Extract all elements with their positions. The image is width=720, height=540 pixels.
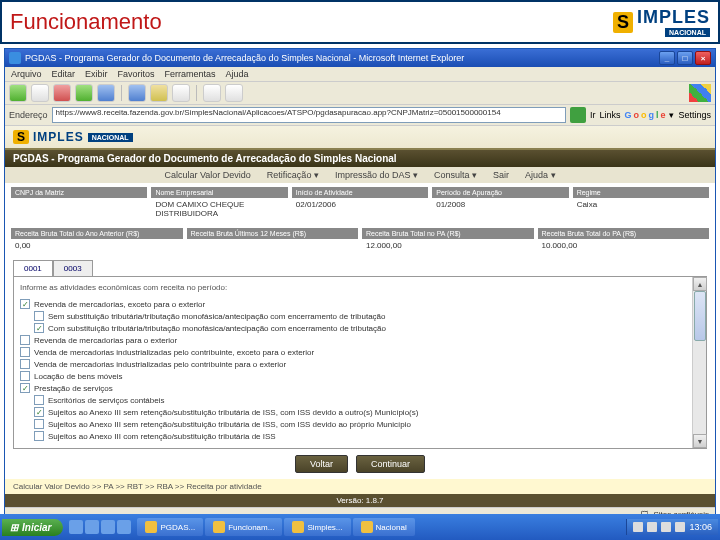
- home-icon[interactable]: [97, 84, 115, 102]
- tray-icon[interactable]: [647, 522, 657, 532]
- voltar-button[interactable]: Voltar: [295, 455, 348, 473]
- address-label: Endereço: [9, 110, 48, 120]
- checkbox[interactable]: [34, 419, 44, 429]
- checkbox-label: Com substituição tributária/tributação m…: [48, 324, 386, 333]
- vertical-scrollbar[interactable]: ▲ ▼: [692, 277, 706, 448]
- scroll-up-icon[interactable]: ▲: [693, 277, 707, 291]
- address-input[interactable]: https://www8.receita.fazenda.gov.br/Simp…: [52, 107, 566, 123]
- window-title: PGDAS - Programa Gerador do Documento de…: [25, 53, 464, 63]
- checkbox-label: Escritórios de serviços contábeis: [48, 396, 165, 405]
- info-row-2: Receita Bruta Total do Ano Anterior (R$)…: [5, 224, 715, 256]
- back-icon[interactable]: [9, 84, 27, 102]
- ql-icon[interactable]: [117, 520, 131, 534]
- checkbox-label: Prestação de serviços: [34, 384, 113, 393]
- links-label[interactable]: Links: [599, 110, 620, 120]
- checkbox[interactable]: [20, 299, 30, 309]
- activities-panel: Informe as atividades econômicas com rec…: [13, 276, 707, 449]
- checkbox[interactable]: [34, 323, 44, 333]
- menu-ferramentas[interactable]: Ferramentas: [165, 69, 216, 79]
- ie-icon: [9, 52, 21, 64]
- menu-favoritos[interactable]: Favoritos: [118, 69, 155, 79]
- favorites-icon[interactable]: [150, 84, 168, 102]
- checkbox[interactable]: [34, 395, 44, 405]
- slide-title: Funcionamento: [10, 9, 162, 35]
- menu-impressao[interactable]: Impressão do DAS ▾: [335, 170, 418, 180]
- menu-sair[interactable]: Sair: [493, 170, 509, 180]
- checkbox-label: Revenda de mercadorias para o exterior: [34, 336, 177, 345]
- forward-icon[interactable]: [31, 84, 49, 102]
- info-value: Caixa: [573, 198, 709, 211]
- menu-retificacao[interactable]: Retificação ▾: [267, 170, 319, 180]
- checkbox-label: Revenda de mercadorias, exceto para o ex…: [34, 300, 205, 309]
- checkbox[interactable]: [20, 335, 30, 345]
- checkbox[interactable]: [34, 407, 44, 417]
- google-toolbar[interactable]: Google: [624, 110, 665, 120]
- tab-0001[interactable]: 0001: [13, 260, 53, 276]
- titlebar: PGDAS - Programa Gerador do Documento de…: [5, 49, 715, 67]
- ql-icon[interactable]: [101, 520, 115, 534]
- menu-ajuda2[interactable]: Ajuda ▾: [525, 170, 556, 180]
- checkbox[interactable]: [20, 359, 30, 369]
- system-tray[interactable]: 13:06: [626, 519, 718, 535]
- list-item: Venda de mercadorias industrializadas pe…: [20, 346, 700, 358]
- checkbox-label: Venda de mercadorias industrializadas pe…: [34, 360, 286, 369]
- tab-strip: 0001 0003: [5, 260, 715, 276]
- checkbox[interactable]: [20, 347, 30, 357]
- taskbar-item[interactable]: Nacional: [353, 518, 415, 536]
- print-icon[interactable]: [225, 84, 243, 102]
- stop-icon[interactable]: [53, 84, 71, 102]
- start-button[interactable]: ⊞ Iniciar: [2, 519, 63, 536]
- info-label: Receita Bruta Total no PA (R$): [362, 228, 534, 239]
- menu-calcular[interactable]: Calcular Valor Devido: [164, 170, 250, 180]
- search-icon[interactable]: [128, 84, 146, 102]
- pgdas-menu: Calcular Valor Devido Retificação ▾ Impr…: [5, 167, 715, 183]
- tray-icon[interactable]: [675, 522, 685, 532]
- windows-flag-icon: [689, 84, 711, 102]
- taskbar-item[interactable]: Simples...: [284, 518, 350, 536]
- tray-icon[interactable]: [633, 522, 643, 532]
- menu-exibir[interactable]: Exibir: [85, 69, 108, 79]
- pgdas-logo: S IMPLES NACIONAL: [13, 130, 707, 144]
- menu-arquivo[interactable]: Arquivo: [11, 69, 42, 79]
- maximize-button[interactable]: □: [677, 51, 693, 65]
- checkbox[interactable]: [20, 371, 30, 381]
- panel-title: Informe as atividades econômicas com rec…: [20, 283, 700, 292]
- menu-consulta[interactable]: Consulta ▾: [434, 170, 477, 180]
- ie-window: PGDAS - Programa Gerador do Documento de…: [4, 48, 716, 522]
- taskbar-item[interactable]: PGDAS...: [137, 518, 203, 536]
- checkbox[interactable]: [34, 311, 44, 321]
- slide-header: Funcionamento S IMPLES NACIONAL: [0, 0, 720, 44]
- settings-link[interactable]: Settings: [678, 110, 711, 120]
- checkbox[interactable]: [20, 383, 30, 393]
- list-item: Sujeitos ao Anexo III sem retenção/subst…: [34, 406, 700, 418]
- list-item: Venda de mercadorias industrializadas pe…: [20, 358, 700, 370]
- list-item: Prestação de serviços: [20, 382, 700, 394]
- menu-ajuda[interactable]: Ajuda: [226, 69, 249, 79]
- logo-text: IMPLES: [637, 7, 710, 28]
- taskbar-item[interactable]: Funcionam...: [205, 518, 282, 536]
- menu-editar[interactable]: Editar: [52, 69, 76, 79]
- mail-icon[interactable]: [203, 84, 221, 102]
- info-label: Nome Empresarial: [151, 187, 287, 198]
- info-value: 01/2008: [432, 198, 568, 211]
- info-label: Período de Apuração: [432, 187, 568, 198]
- info-label: Receita Bruta Total do PA (R$): [538, 228, 710, 239]
- list-item: Sujeitos ao Anexo III sem retenção/subst…: [34, 418, 700, 430]
- scroll-down-icon[interactable]: ▼: [693, 434, 707, 448]
- checkbox-label: Locação de bens móveis: [34, 372, 123, 381]
- scroll-thumb[interactable]: [694, 291, 706, 341]
- checkbox[interactable]: [34, 431, 44, 441]
- ql-icon[interactable]: [69, 520, 83, 534]
- history-icon[interactable]: [172, 84, 190, 102]
- tray-icon[interactable]: [661, 522, 671, 532]
- refresh-icon[interactable]: [75, 84, 93, 102]
- go-button[interactable]: [570, 107, 586, 123]
- list-item: Sem substituição tributária/tributação m…: [34, 310, 700, 322]
- close-button[interactable]: ×: [695, 51, 711, 65]
- list-item: Revenda de mercadorias para o exterior: [20, 334, 700, 346]
- tab-0003[interactable]: 0003: [53, 260, 93, 276]
- info-value: 02/01/2006: [292, 198, 428, 211]
- continuar-button[interactable]: Continuar: [356, 455, 425, 473]
- minimize-button[interactable]: _: [659, 51, 675, 65]
- ql-icon[interactable]: [85, 520, 99, 534]
